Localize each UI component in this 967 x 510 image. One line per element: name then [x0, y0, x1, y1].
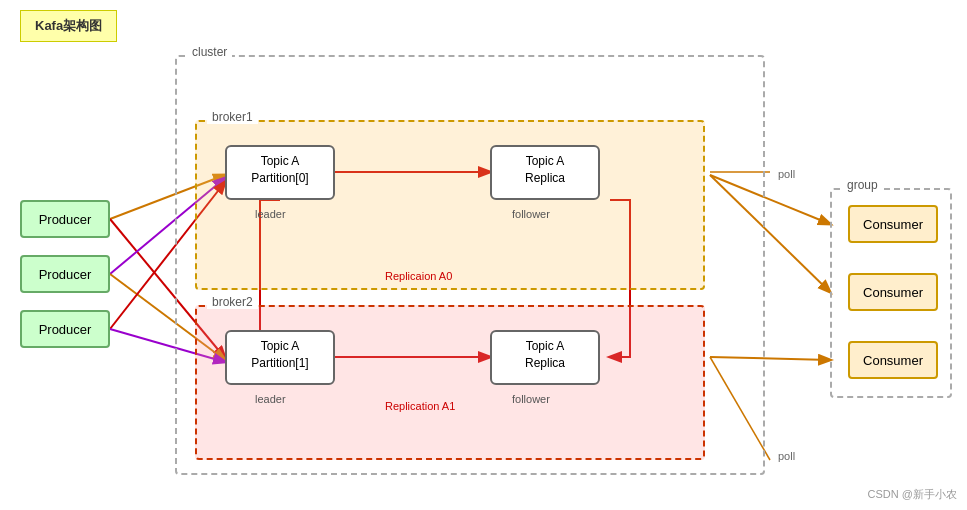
poll-bottom-label: poll: [778, 450, 795, 462]
leader0-label: leader: [255, 208, 286, 220]
topic-partition1-line2: Partition[1]: [235, 355, 325, 372]
topic-replica1-line2: Replica: [500, 355, 590, 372]
watermark: CSDN @新手小农: [868, 487, 957, 502]
consumer1-box: Consumer: [848, 205, 938, 243]
producer2-box: Producer: [20, 255, 110, 293]
topic-replica0-line1: Topic A: [500, 153, 590, 170]
replication-a0-label: Replicaion A0: [385, 270, 452, 282]
topic-partition0-line2: Partition[0]: [235, 170, 325, 187]
broker1-label: broker1: [207, 110, 258, 124]
topic-partition0-line1: Topic A: [235, 153, 325, 170]
cluster-label: cluster: [187, 45, 232, 59]
producer2-label: Producer: [39, 267, 92, 282]
broker2-label: broker2: [207, 295, 258, 309]
consumer2-label: Consumer: [863, 285, 923, 300]
topic-replica1-line1: Topic A: [500, 338, 590, 355]
topic-replica1-box: Topic A Replica: [490, 330, 600, 385]
topic-partition1-line1: Topic A: [235, 338, 325, 355]
topic-replica0-box: Topic A Replica: [490, 145, 600, 200]
follower1-label: follower: [512, 393, 550, 405]
topic-replica0-line2: Replica: [500, 170, 590, 187]
producer1-label: Producer: [39, 212, 92, 227]
consumer3-label: Consumer: [863, 353, 923, 368]
title-text: Kafa架构图: [35, 18, 102, 33]
diagram-container: Kafa架构图 cluster broker1 broker2 Topic A …: [0, 0, 967, 510]
topic-partition1-box: Topic A Partition[1]: [225, 330, 335, 385]
group-label: group: [842, 178, 883, 192]
consumer1-label: Consumer: [863, 217, 923, 232]
poll-top-label: poll: [778, 168, 795, 180]
topic-partition0-box: Topic A Partition[0]: [225, 145, 335, 200]
consumer3-box: Consumer: [848, 341, 938, 379]
producer3-box: Producer: [20, 310, 110, 348]
producer3-label: Producer: [39, 322, 92, 337]
leader1-label: leader: [255, 393, 286, 405]
consumer2-box: Consumer: [848, 273, 938, 311]
replication-a1-label: Replication A1: [385, 400, 455, 412]
follower0-label: follower: [512, 208, 550, 220]
producer1-box: Producer: [20, 200, 110, 238]
title-note: Kafa架构图: [20, 10, 117, 42]
